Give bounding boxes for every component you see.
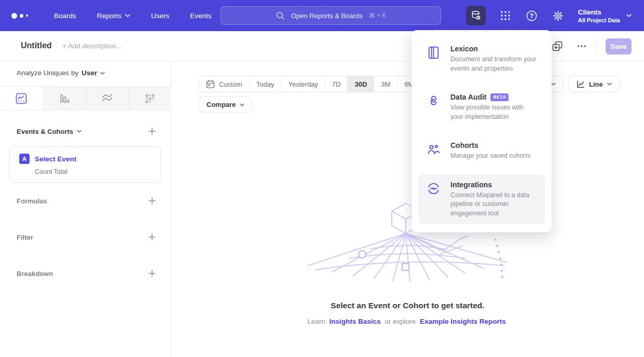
data-management-button[interactable] [466,6,486,25]
date-range-label: 7D [332,80,341,88]
divider [596,40,596,52]
date-range-label: Custom [219,80,242,88]
project-switcher-labels: Clients All Project Data [578,8,620,23]
add-formula-button[interactable] [148,197,156,205]
menu-item-integrations[interactable]: Integrations Connect Mixpanel to a data … [418,174,545,225]
data-management-icon [470,9,482,22]
chevron-down-icon[interactable] [100,72,105,75]
chevron-down-icon [551,83,556,86]
event-card[interactable]: A Select Event Count Total [9,146,161,183]
menu-item-data-audit[interactable]: Data Audit BETA View possible issues wit… [418,87,545,128]
breakdown-label: Breakdown [17,270,53,278]
date-range-today[interactable]: Today [250,76,282,92]
plus-icon [148,127,156,135]
apps-grid-button[interactable] [499,6,512,25]
events-cohorts-label[interactable]: Events & Cohorts [17,128,81,135]
project-switcher[interactable]: Clients All Project Data [578,8,632,23]
nav-label: Users [151,12,169,20]
example-insights-reports-link[interactable]: Example Insights Reports [420,318,506,325]
top-navigation-bar: Boards Reports Users Events Open Reports… [0,0,644,31]
report-description-placeholder[interactable]: + Add description... [62,42,122,50]
flow-chart-icon [101,92,113,104]
menu-item-description: View possible issues with your implement… [450,103,537,121]
topnav-right-cluster: ? Clients All Project Data [466,0,632,31]
bar-chart-icon [59,93,70,104]
chevron-down-icon [240,103,244,106]
save-button[interactable]: Save [606,38,632,54]
chevron-down-icon [626,14,632,17]
date-range-label: Yesterday [289,80,318,88]
mixpanel-logo-icon[interactable] [11,13,32,19]
chevron-down-icon [607,83,612,86]
data-audit-icon [427,93,441,121]
formulas-label: Formulas [17,197,47,205]
menu-item-text: Data Audit BETA View possible issues wit… [450,93,537,121]
menu-item-title: Lexicon [450,45,537,53]
help-button[interactable]: ? [525,6,539,25]
search-input[interactable]: Open Reports & Boards ⌘ + K [221,6,441,25]
chevron-down-icon [77,130,81,133]
section-label: Events & Cohorts [17,128,73,135]
event-aggregation-label[interactable]: Count Total [35,168,160,175]
menu-item-description: Connect Mixpanel to a data pipeline or c… [450,191,537,218]
report-title[interactable]: Untitled [21,41,52,50]
add-event-button[interactable] [148,127,156,135]
learn-prefix-text: Learn [307,318,325,325]
tab-grid-metrics[interactable] [129,87,171,110]
tab-line-chart[interactable] [0,87,43,110]
plus-icon [148,197,156,205]
filter-section-header: Filter [17,233,156,241]
menu-item-description: Manage your saved cohorts [450,152,530,161]
svg-text:?: ? [530,12,533,19]
filter-label: Filter [17,234,33,241]
project-name: All Project Data [578,17,620,23]
copy-icon [551,40,564,52]
add-filter-button[interactable] [148,233,156,241]
event-letter-badge: A [19,154,30,164]
breakdown-section-header: Breakdown [17,269,156,278]
nav-item-boards[interactable]: Boards [54,12,76,20]
menu-item-cohorts[interactable]: Cohorts Manage your saved cohorts [418,135,545,167]
date-range-label: Today [256,80,275,88]
date-range-label: 3M [381,80,390,88]
add-breakdown-button[interactable] [148,269,156,278]
query-builder-sidebar: Analyze Uniques by User [0,61,171,357]
select-event-button[interactable]: Select Event [35,155,76,163]
chart-type-label: Line [589,80,603,88]
line-chart-icon [16,93,27,104]
org-name: Clients [578,8,620,16]
apps-grid-icon [500,10,511,21]
report-header-actions: Save [551,31,632,61]
search-shortcut: ⌘ + K [369,12,387,19]
date-range-label: 30D [354,80,367,88]
menu-item-title: Data Audit [450,93,486,101]
data-management-dropdown-panel: Lexicon Document and transform your even… [412,30,552,232]
date-range-yesterday[interactable]: Yesterday [282,76,325,92]
nav-item-events[interactable]: Events [190,12,211,20]
beta-badge: BETA [490,93,509,101]
nav-label: Boards [54,12,76,20]
analyze-value-dropdown[interactable]: User [81,69,97,77]
date-range-custom[interactable]: Custom [199,76,250,92]
plus-icon [148,233,156,241]
chart-type-dropdown[interactable]: Line [568,76,620,92]
tab-bar-chart[interactable] [43,87,86,110]
date-range-7d[interactable]: 7D [325,76,348,92]
menu-item-text: Integrations Connect Mixpanel to a data … [450,181,537,218]
tab-flow-chart[interactable] [86,87,129,110]
date-range-30d[interactable]: 30D [348,76,374,92]
chevron-down-icon [125,14,130,17]
menu-item-lexicon[interactable]: Lexicon Document and transform your even… [418,38,545,79]
insights-basics-link[interactable]: Insights Basics [329,318,380,325]
nav-item-users[interactable]: Users [151,12,169,20]
nav-item-reports[interactable]: Reports [97,12,130,20]
more-options-button[interactable] [577,42,586,51]
insights-report-page: Boards Reports Users Events Open Reports… [0,0,644,357]
duplicate-report-button[interactable] [551,40,564,52]
date-range-3m[interactable]: 3M [374,76,398,92]
compare-button[interactable]: Compare [199,97,252,113]
settings-button[interactable] [552,6,565,25]
menu-item-text: Cohorts Manage your saved cohorts [450,141,530,161]
calendar-icon [206,79,215,89]
nav-label: Events [190,12,211,20]
